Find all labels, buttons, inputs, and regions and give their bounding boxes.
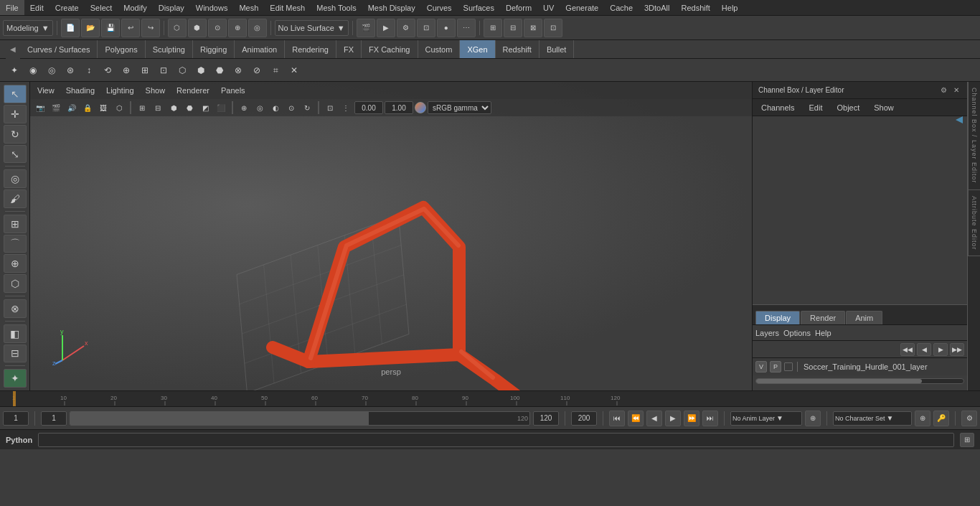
tool-xgen-8[interactable]: ⊞ (136, 62, 154, 79)
panel-close-icon[interactable]: ✕ (951, 85, 961, 95)
tool-xgen-4[interactable]: ⊛ (62, 62, 79, 79)
vp-shad-icon[interactable]: ⊕ (237, 100, 251, 115)
scale-tool[interactable]: ⤡ (4, 145, 27, 164)
tab-fx[interactable]: FX (336, 40, 362, 58)
snap-surface-tool[interactable]: ⬡ (4, 274, 27, 293)
cam-far-input[interactable] (385, 101, 413, 114)
layer-prev-btn[interactable]: ◀ (917, 343, 931, 356)
menu-edit[interactable]: Edit (24, 0, 50, 15)
vp-aa-icon[interactable]: ⊙ (284, 100, 298, 115)
current-frame-input[interactable] (3, 411, 29, 426)
vp-wireframe-icon[interactable]: ⬢ (166, 100, 181, 115)
lasso-btn[interactable]: ⬢ (188, 19, 207, 37)
tab-bullet[interactable]: Bullet (540, 40, 575, 58)
goto-start-btn[interactable]: ⏮ (609, 411, 625, 426)
menu-cache[interactable]: Cache (604, 0, 639, 15)
vp-menu-lighting[interactable]: Lighting (103, 85, 137, 96)
menu-redshift[interactable]: Redshift (675, 0, 715, 15)
vp-lock-icon[interactable]: 🔒 (80, 100, 95, 115)
vp-cam-icon2[interactable]: ⊡ (323, 100, 337, 115)
vp-xray-icon[interactable]: ◎ (253, 100, 267, 115)
menu-edit-mesh[interactable]: Edit Mesh (264, 0, 311, 15)
menu-3dto-all[interactable]: 3DtoAll (639, 0, 675, 15)
vp-speaker-icon[interactable]: 🔊 (65, 100, 79, 115)
layer-back-btn[interactable]: ◀◀ (900, 343, 915, 356)
tool-xgen-5[interactable]: ↕ (80, 62, 98, 79)
tool-xgen-11[interactable]: ⬢ (192, 62, 209, 79)
tab-sculpting[interactable]: Sculpting (146, 40, 193, 58)
panel-settings-icon[interactable]: ⚙ (938, 85, 948, 95)
vp-grid2-icon[interactable]: ⊟ (151, 100, 165, 115)
magnet-btn[interactable]: ◎ (248, 19, 267, 37)
channel-tab-edit[interactable]: Edit (806, 101, 825, 114)
layer-visibility-btn[interactable]: V (755, 361, 767, 373)
tool-xgen-6[interactable]: ⟲ (99, 62, 116, 79)
menu-windows[interactable]: Windows (190, 0, 234, 15)
color-space-select[interactable]: sRGB gamma (428, 101, 491, 114)
tab-rendering[interactable]: Rendering (285, 40, 336, 58)
layer-opt-layers[interactable]: Layers (755, 329, 779, 337)
layout-btn-4[interactable]: ⊡ (544, 19, 562, 37)
settings-btn[interactable]: ⚙ (961, 411, 977, 426)
tab-custom[interactable]: Custom (418, 40, 461, 58)
tool-xgen-12[interactable]: ⬣ (211, 62, 228, 79)
python-label[interactable]: Python (6, 436, 32, 444)
tool-xgen-7[interactable]: ⊕ (118, 62, 135, 79)
tool-xgen-14[interactable]: ⊘ (248, 62, 265, 79)
viewport2-btn[interactable]: ⊡ (417, 19, 435, 37)
range-end-input[interactable] (533, 411, 559, 426)
layer-tab-render[interactable]: Render (801, 311, 845, 324)
channel-tab-object[interactable]: Object (834, 101, 862, 114)
display-layer-tool[interactable]: ⊟ (4, 345, 27, 363)
layout-btn-1[interactable]: ⊞ (484, 19, 502, 37)
tab-animation[interactable]: Animation (235, 40, 285, 58)
char-set-dropdown[interactable]: No Character Set ▼ (833, 411, 912, 426)
select-btn[interactable]: ⬡ (168, 19, 187, 37)
max-range-input[interactable] (571, 411, 597, 426)
tool-xgen-1[interactable]: ✦ (6, 62, 23, 79)
tab-rigging[interactable]: Rigging (193, 40, 235, 58)
tab-curves-surfaces[interactable]: Curves / Surfaces (20, 40, 98, 58)
menu-curves[interactable]: Curves (421, 0, 458, 15)
render-seq-btn[interactable]: ▶ (377, 19, 395, 37)
menu-uv[interactable]: UV (537, 0, 560, 15)
snap-curve-tool[interactable]: ⌒ (4, 235, 27, 253)
xgen-logo[interactable]: ✦ (4, 369, 27, 388)
goto-end-btn[interactable]: ⏭ (702, 411, 718, 426)
menu-select[interactable]: Select (85, 0, 118, 15)
paint-tool[interactable]: 🖌 (4, 189, 27, 208)
tool-xgen-2[interactable]: ◉ (24, 62, 42, 79)
select-tool[interactable]: ↖ (4, 85, 27, 103)
range-container[interactable]: 120 (70, 411, 530, 426)
vp-comp-icon[interactable]: ◐ (268, 100, 283, 115)
layer-scrollbar[interactable] (755, 378, 964, 384)
more-btn[interactable]: ⋯ (457, 19, 476, 37)
snap-grid-tool[interactable]: ⊞ (4, 215, 27, 233)
tab-polygons[interactable]: Polygons (98, 40, 145, 58)
tab-xgen[interactable]: XGen (460, 40, 495, 58)
menu-mesh[interactable]: Mesh (233, 0, 264, 15)
menu-generate[interactable]: Generate (560, 0, 604, 15)
vp-menu-show[interactable]: Show (143, 85, 169, 96)
layer-tab-anim[interactable]: Anim (846, 311, 882, 324)
char-set-icon[interactable]: ⊕ (915, 411, 930, 426)
vp-menu-view[interactable]: View (34, 85, 57, 96)
redo-btn[interactable]: ↪ (141, 19, 160, 37)
vp-refresh-icon[interactable]: ↻ (300, 100, 314, 115)
tool-xgen-13[interactable]: ⊗ (230, 62, 247, 79)
play-forward-btn[interactable]: ▶ (665, 411, 681, 426)
vp-srgb-icon[interactable] (415, 102, 426, 113)
python-input[interactable] (38, 433, 954, 447)
tab-redshift[interactable]: Redshift (496, 40, 540, 58)
cam-near-input[interactable] (354, 101, 383, 114)
layer-next-btn[interactable]: ▶ (933, 343, 948, 356)
anim-layer-dropdown[interactable]: No Anim Layer ▼ (730, 411, 802, 426)
timeline-ruler[interactable]: 1 10 20 30 40 50 60 70 80 90 100 110 120 (0, 390, 980, 406)
layer-opt-help[interactable]: Help (815, 329, 831, 337)
next-frame-btn[interactable]: ⏩ (684, 411, 699, 426)
vp-grid-icon[interactable]: ⊞ (135, 100, 149, 115)
tool-xgen-close[interactable]: ✕ (286, 62, 303, 79)
vp-img-plane-icon[interactable]: 🖼 (96, 100, 110, 115)
channel-tab-show[interactable]: Show (871, 101, 897, 114)
vp-menu-panels[interactable]: Panels (218, 85, 248, 96)
